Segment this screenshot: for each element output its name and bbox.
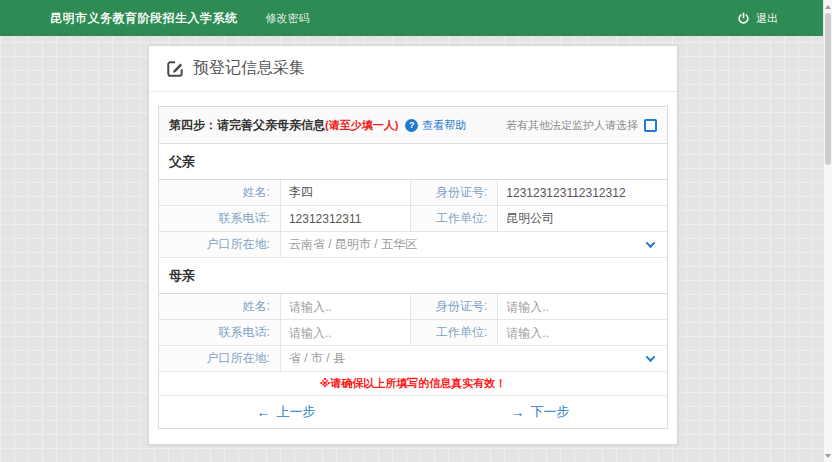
father-employer-label: 工作单位: — [411, 206, 498, 231]
mother-employer-cell — [498, 320, 667, 345]
form-panel: 第四步：请完善父亲母亲信息 (请至少填一人) ? 查看帮助 若有其他法定监护人请… — [158, 106, 668, 429]
father-idcard-cell — [498, 180, 667, 205]
triangle-down-icon — [825, 454, 831, 458]
help-label: 查看帮助 — [422, 118, 466, 133]
mother-name-input[interactable] — [289, 300, 402, 314]
mother-employer-input[interactable] — [506, 326, 659, 340]
mother-phone-input[interactable] — [289, 326, 402, 340]
main-card: 预登记信息采集 第四步：请完善父亲母亲信息 (请至少填一人) ? 查看帮助 若有… — [148, 45, 678, 445]
father-idcard-input[interactable] — [506, 186, 659, 200]
chevron-down-icon — [646, 238, 656, 248]
mother-name-cell — [281, 294, 411, 319]
step-header: 第四步：请完善父亲母亲信息 (请至少填一人) ? 查看帮助 若有其他法定监护人请… — [159, 107, 667, 144]
mother-residence-label: 户口所在地: — [159, 346, 281, 371]
change-password-link[interactable]: 修改密码 — [266, 11, 310, 26]
triangle-up-icon — [825, 5, 831, 9]
mother-residence-select[interactable]: 省 / 市 / 县 — [281, 346, 667, 371]
father-employer-cell — [498, 206, 667, 231]
chevron-down-icon — [646, 352, 656, 362]
arrow-left-icon: ← — [257, 404, 271, 420]
mother-idcard-input[interactable] — [506, 300, 659, 314]
step-title: 第四步：请完善父亲母亲信息 — [169, 117, 325, 134]
father-residence-label: 户口所在地: — [159, 232, 281, 257]
guardian-option: 若有其他法定监护人请选择 — [506, 118, 657, 133]
prev-step-button[interactable]: ← 上一步 — [159, 396, 413, 428]
mother-phone-label: 联系电话: — [159, 320, 281, 345]
father-employer-input[interactable] — [506, 212, 659, 226]
father-residence-select[interactable]: 云南省 / 昆明市 / 五华区 — [281, 232, 667, 257]
father-phone-cell — [281, 206, 411, 231]
mother-name-label: 姓名: — [159, 294, 281, 319]
father-idcard-label: 身份证号: — [411, 180, 498, 205]
father-section-title: 父亲 — [159, 144, 667, 180]
mother-idcard-label: 身份证号: — [411, 294, 498, 319]
mother-row-1: 姓名: 身份证号: — [159, 294, 667, 320]
father-name-cell — [281, 180, 411, 205]
father-row-1: 姓名: 身份证号: — [159, 180, 667, 206]
nav-buttons: ← 上一步 → 下一步 — [159, 396, 667, 428]
father-row-2: 联系电话: 工作单位: — [159, 206, 667, 232]
page-scrollbar[interactable] — [823, 0, 832, 462]
logout-label: 退出 — [756, 11, 778, 26]
view-help-link[interactable]: ? 查看帮助 — [405, 118, 466, 133]
scrollbar-up-button[interactable] — [824, 1, 832, 12]
page-title-bar: 预登记信息采集 — [149, 46, 677, 92]
father-name-input[interactable] — [289, 186, 402, 200]
logout-button[interactable]: 退出 — [737, 11, 778, 26]
arrow-right-icon: → — [511, 404, 525, 420]
mother-phone-cell — [281, 320, 411, 345]
father-row-residence: 户口所在地: 云南省 / 昆明市 / 五华区 — [159, 232, 667, 258]
father-name-label: 姓名: — [159, 180, 281, 205]
prev-step-label: 上一步 — [277, 403, 316, 421]
help-icon: ? — [405, 119, 418, 132]
scrollbar-down-button[interactable] — [824, 450, 832, 461]
guardian-hint: 若有其他法定监护人请选择 — [506, 118, 638, 133]
scrollbar-thumb[interactable] — [825, 13, 831, 165]
father-phone-input[interactable] — [289, 212, 402, 226]
father-phone-label: 联系电话: — [159, 206, 281, 231]
top-navbar: 昆明市义务教育阶段招生入学系统 修改密码 退出 — [0, 0, 823, 36]
step-note: (请至少填一人) — [325, 118, 398, 133]
mother-residence-placeholder: 省 / 市 / 县 — [289, 350, 345, 367]
mother-row-residence: 户口所在地: 省 / 市 / 县 — [159, 346, 667, 372]
mother-section-title: 母亲 — [159, 258, 667, 294]
mother-row-2: 联系电话: 工作单位: — [159, 320, 667, 346]
edit-icon — [167, 60, 184, 77]
page-title: 预登记信息采集 — [193, 58, 305, 79]
guardian-checkbox[interactable] — [644, 119, 657, 132]
app-title: 昆明市义务教育阶段招生入学系统 — [50, 10, 238, 27]
mother-idcard-cell — [498, 294, 667, 319]
next-step-button[interactable]: → 下一步 — [413, 396, 667, 428]
next-step-label: 下一步 — [531, 403, 570, 421]
father-residence-value: 云南省 / 昆明市 / 五华区 — [289, 236, 417, 253]
power-icon — [737, 12, 750, 25]
warning-message: ※请确保以上所填写的信息真实有效！ — [159, 372, 667, 396]
mother-employer-label: 工作单位: — [411, 320, 498, 345]
